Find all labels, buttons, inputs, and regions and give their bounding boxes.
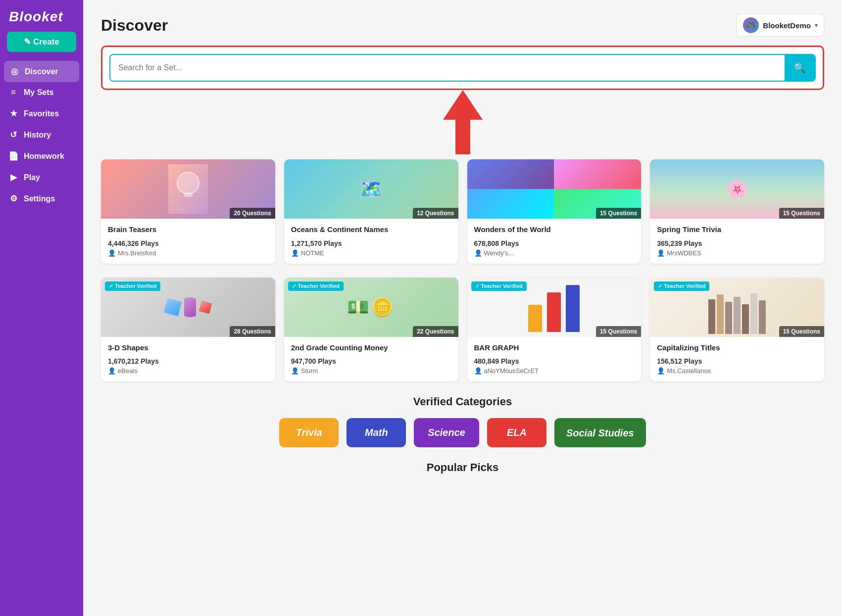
svg-marker-0 — [443, 90, 483, 154]
card-wonders[interactable]: 15 Questions Wonders of the World 678,80… — [467, 159, 642, 264]
questions-badge: 15 Questions — [779, 208, 824, 219]
card-author: 👤 Sturm — [291, 367, 451, 375]
verified-categories-title: Verified Categories — [101, 395, 824, 408]
card-author: 👤 MrsWDBES — [657, 249, 817, 257]
questions-badge: 12 Questions — [413, 208, 458, 219]
person-icon: 👤 — [108, 249, 116, 257]
gear-icon: ⚙ — [8, 193, 19, 204]
popular-picks-section: Popular Picks — [101, 461, 824, 474]
sidebar-item-my-sets[interactable]: ≡ My Sets — [0, 82, 83, 103]
search-container: 🔍 — [101, 46, 824, 90]
card-author: 👤 NOTME — [291, 249, 451, 257]
history-icon: ↺ — [8, 130, 19, 140]
card-author: 👤 Ms.Castellanos — [657, 367, 817, 375]
card-capitalizing[interactable]: ✓ Teacher Verified 15 Questions Capitali… — [650, 278, 824, 382]
categories-row: Trivia Math Science ELA Social Studies — [101, 418, 824, 447]
questions-badge: 15 Questions — [596, 326, 641, 337]
person-icon: 👤 — [474, 249, 482, 257]
card-money[interactable]: 💵🪙 ✓ Teacher Verified 22 Questions 2nd G… — [284, 278, 458, 382]
sidebar-item-settings[interactable]: ⚙ Settings — [0, 188, 83, 209]
questions-badge: 22 Questions — [413, 326, 458, 337]
card-plays: 156,512 Plays — [657, 357, 817, 365]
card-spring[interactable]: 🌸 15 Questions Spring Time Trivia 365,23… — [650, 159, 824, 264]
create-button[interactable]: ✎ Create — [7, 32, 76, 52]
search-section: 🔍 — [101, 46, 824, 90]
teacher-verified-badge: ✓ Teacher Verified — [288, 282, 344, 291]
bar-blue — [566, 285, 580, 332]
user-menu[interactable]: 🎮 BlooketDemo ▾ — [737, 14, 824, 37]
category-btn-trivia[interactable]: Trivia — [279, 418, 339, 447]
sidebar-item-homework[interactable]: 📄 Homework — [0, 145, 83, 167]
play-icon: ▶ — [8, 172, 19, 183]
category-btn-math[interactable]: Math — [347, 418, 406, 447]
card-title: Capitalizing Titles — [657, 343, 817, 353]
avatar: 🎮 — [743, 17, 759, 33]
search-button[interactable]: 🔍 — [785, 55, 815, 81]
card-author: 👤 aNoYMousSeCrET — [474, 367, 635, 375]
card-title: Brain Teasers — [108, 225, 268, 235]
card-plays: 480,849 Plays — [474, 357, 635, 365]
username-label: BlooketDemo — [763, 21, 811, 30]
card-plays: 947,700 Plays — [291, 357, 451, 365]
teacher-verified-cards-grid: ✓ Teacher Verified 28 Questions 3-D Shap… — [101, 278, 824, 382]
card-title: 3-D Shapes — [108, 343, 268, 353]
arrow-indicator — [443, 90, 483, 156]
card-oceans[interactable]: 🗺️ 12 Questions Oceans & Continent Names… — [284, 159, 458, 264]
person-icon: 👤 — [108, 367, 116, 375]
list-icon: ≡ — [8, 88, 19, 97]
sidebar-item-discover[interactable]: ◎ Discover — [4, 61, 79, 82]
card-author: 👤 Mrs.Brelsford — [108, 249, 268, 257]
person-icon: 👤 — [474, 367, 482, 375]
card-title: Oceans & Continent Names — [291, 225, 451, 235]
search-input[interactable] — [110, 56, 785, 79]
card-plays: 1,271,570 Plays — [291, 239, 451, 247]
popular-picks-title: Popular Picks — [101, 461, 824, 474]
teacher-verified-badge: ✓ Teacher Verified — [471, 282, 527, 291]
compass-icon: ◎ — [9, 66, 20, 77]
card-bargraph[interactable]: ✓ Teacher Verified 15 Questions BAR GRAP… — [467, 278, 642, 382]
category-btn-science[interactable]: Science — [414, 418, 479, 447]
sidebar-item-favorites[interactable]: ★ Favorites — [0, 103, 83, 124]
sidebar-item-history[interactable]: ↺ History — [0, 124, 83, 145]
svg-point-2 — [177, 172, 199, 194]
document-icon: 📄 — [8, 151, 19, 161]
card-title: BAR GRAPH — [474, 343, 635, 353]
card-author: 👤 eBeals — [108, 367, 268, 375]
questions-badge: 15 Questions — [779, 326, 824, 337]
bar-yellow — [528, 305, 542, 332]
questions-badge: 15 Questions — [596, 208, 641, 219]
questions-badge: 28 Questions — [230, 326, 275, 337]
card-shapes[interactable]: ✓ Teacher Verified 28 Questions 3-D Shap… — [101, 278, 275, 382]
person-icon: 👤 — [291, 367, 299, 375]
card-brain-teasers[interactable]: 20 Questions Brain Teasers 4,446,326 Pla… — [101, 159, 275, 264]
card-title: Spring Time Trivia — [657, 225, 817, 235]
card-plays: 365,239 Plays — [657, 239, 817, 247]
card-plays: 678,808 Plays — [474, 239, 635, 247]
avatar-image: 🎮 — [743, 17, 759, 33]
person-icon: 👤 — [291, 249, 299, 257]
featured-cards-grid: 20 Questions Brain Teasers 4,446,326 Pla… — [101, 159, 824, 264]
card-plays: 1,670,212 Plays — [108, 357, 268, 365]
card-author: 👤 Wendy's... — [474, 249, 635, 257]
main-content: Discover 🎮 BlooketDemo ▾ 🔍 — [83, 0, 842, 616]
top-bar: Discover 🎮 BlooketDemo ▾ — [101, 14, 824, 37]
card-title: 2nd Grade Counting Money — [291, 343, 451, 353]
teacher-verified-badge: ✓ Teacher Verified — [105, 282, 160, 291]
category-btn-ela[interactable]: ELA — [487, 418, 546, 447]
person-icon: 👤 — [657, 249, 665, 257]
search-icon: 🔍 — [793, 62, 806, 74]
card-plays: 4,446,326 Plays — [108, 239, 268, 247]
svg-point-3 — [183, 192, 193, 197]
category-btn-social-studies[interactable]: Social Studies — [554, 418, 646, 447]
verified-categories-section: Verified Categories Trivia Math Science … — [101, 395, 824, 447]
card-title: Wonders of the World — [474, 225, 635, 235]
sidebar: Blooket ✎ Create ◎ Discover ≡ My Sets ★ … — [0, 0, 83, 616]
chevron-down-icon: ▾ — [815, 22, 818, 29]
teacher-verified-badge: ✓ Teacher Verified — [654, 282, 709, 291]
bar-red — [547, 292, 561, 332]
star-icon: ★ — [8, 108, 19, 119]
person-icon: 👤 — [657, 367, 665, 375]
questions-badge: 20 Questions — [230, 208, 275, 219]
sidebar-item-play[interactable]: ▶ Play — [0, 167, 83, 188]
search-inner: 🔍 — [109, 54, 816, 82]
